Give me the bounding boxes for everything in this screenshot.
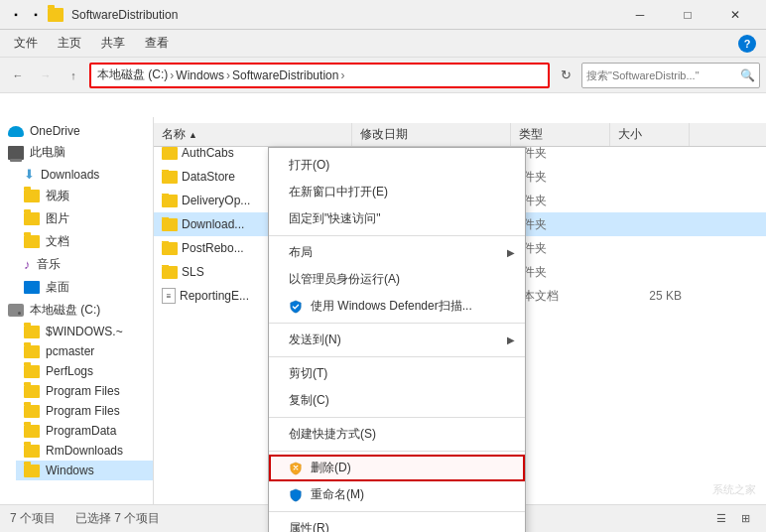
documents-folder-icon <box>24 235 40 248</box>
sidebar-item-thispc[interactable]: 此电脑 <box>0 141 153 164</box>
text-file-icon: ≡ <box>162 288 176 304</box>
search-input[interactable] <box>586 69 736 81</box>
hdd-icon <box>8 304 24 317</box>
status-count: 7 个项目 <box>10 510 56 527</box>
sidebar-item-localc[interactable]: 本地磁盘 (C:) <box>0 299 153 322</box>
back-button[interactable]: ← <box>6 64 30 87</box>
col-header-date[interactable]: 修改日期 <box>352 123 511 146</box>
column-headers: 名称 ▲ 修改日期 类型 大小 <box>154 123 766 147</box>
sidebar-item-windows[interactable]: Windows <box>16 461 153 480</box>
col-header-name[interactable]: 名称 ▲ <box>154 123 352 146</box>
sort-asc-icon: ▲ <box>189 130 197 140</box>
ctx-defender-scan[interactable]: 使用 Windows Defender扫描... <box>269 293 525 320</box>
menu-file[interactable]: 文件 <box>4 31 48 56</box>
large-icon-view-button[interactable]: ⊞ <box>734 508 756 530</box>
folder-icon-rmdownloads <box>24 445 40 458</box>
folder-icon-pcmaster <box>24 345 40 358</box>
forward-button[interactable]: → <box>34 64 58 87</box>
ctx-sep2 <box>269 323 525 324</box>
ctx-copy[interactable]: 复制(C) <box>269 387 525 414</box>
ctx-properties[interactable]: 属性(R) <box>269 515 525 532</box>
address-path[interactable]: 本地磁盘 (C:) › Windows › SoftwareDistributi… <box>89 63 550 88</box>
sidebar-item-programdata[interactable]: ProgramData <box>16 421 153 441</box>
context-menu: 打开(O) 在新窗口中打开(E) 固定到"快速访问" 布局 以管理员身份运行(A… <box>268 147 526 532</box>
ctx-sep6 <box>269 511 525 512</box>
ctx-delete[interactable]: 删除(D) <box>269 455 525 481</box>
help-button[interactable]: ? <box>738 35 756 53</box>
close-button[interactable]: ✕ <box>712 0 758 30</box>
path-local-disk[interactable]: 本地磁盘 (C:) <box>97 66 168 83</box>
ctx-sep5 <box>269 451 525 452</box>
ctx-layout[interactable]: 布局 <box>269 239 525 266</box>
ctx-pin-quick[interactable]: 固定到"快速访问" <box>269 205 525 232</box>
sidebar-item-pictures[interactable]: 图片 <box>16 207 153 230</box>
sidebar-item-downloads[interactable]: ⬇ Downloads <box>16 164 153 185</box>
up-button[interactable]: ↑ <box>62 64 85 87</box>
folder-icon-pf1 <box>24 385 40 398</box>
title-bar-folder-icon <box>48 8 64 22</box>
rename-shield-icon <box>289 488 303 502</box>
music-icon: ♪ <box>24 257 31 272</box>
search-icon[interactable]: 🔍 <box>740 68 755 82</box>
window-title: SoftwareDistribution <box>71 8 617 22</box>
folder-icon-windows <box>24 465 40 477</box>
sidebar-item-pcmaster[interactable]: pcmaster <box>16 341 153 361</box>
title-bar-icons: ▪ ▪ <box>8 7 64 23</box>
folder-icon-programdata <box>24 425 40 438</box>
ctx-open[interactable]: 打开(O) <box>269 152 525 179</box>
sidebar-item-windows-sys[interactable]: $WINDOWS.~ <box>16 322 153 341</box>
col-header-size[interactable]: 大小 <box>610 123 690 146</box>
folder-icon-datastore <box>162 171 178 184</box>
onedrive-icon <box>8 126 24 137</box>
sidebar-item-rmdownloads[interactable]: RmDownloads <box>16 441 153 461</box>
ctx-sep1 <box>269 235 525 236</box>
sidebar-item-onedrive[interactable]: OneDrive <box>0 121 153 141</box>
videos-folder-icon <box>24 190 40 202</box>
sidebar-item-videos[interactable]: 视频 <box>16 185 153 207</box>
menu-home[interactable]: 主页 <box>48 31 91 56</box>
sidebar-item-documents[interactable]: 文档 <box>16 230 153 253</box>
ctx-send-to[interactable]: 发送到(N) <box>269 327 525 353</box>
folder-icon-perflogs <box>24 365 40 378</box>
refresh-button[interactable]: ↻ <box>554 64 577 87</box>
defender-shield-icon <box>289 300 303 314</box>
status-selected: 已选择 7 个项目 <box>75 510 160 527</box>
ctx-rename[interactable]: 重命名(M) <box>269 481 525 508</box>
folder-icon-postrebo <box>162 242 178 255</box>
pictures-folder-icon <box>24 212 40 225</box>
menu-bar: 文件 主页 共享 查看 ? <box>0 30 766 58</box>
menu-share[interactable]: 共享 <box>91 31 135 56</box>
folder-icon-pf2 <box>24 405 40 418</box>
folder-icon-authcabs <box>162 147 178 160</box>
path-softwaredistribution[interactable]: SoftwareDistribution <box>232 68 338 82</box>
search-box: 🔍 <box>581 63 760 88</box>
address-bar: ← → ↑ 本地磁盘 (C:) › Windows › SoftwareDist… <box>0 58 766 93</box>
ctx-sep4 <box>269 417 525 418</box>
title-bar: ▪ ▪ SoftwareDistribution ─ □ ✕ <box>0 0 766 30</box>
folder-icon-download <box>162 218 178 231</box>
minimize-button[interactable]: ─ <box>617 0 663 30</box>
title-bar-controls: ─ □ ✕ <box>617 0 758 30</box>
sidebar-item-programfiles1[interactable]: Program Files <box>16 381 153 401</box>
download-icon: ⬇ <box>24 167 35 182</box>
desktop-icon <box>24 281 40 294</box>
folder-icon-deliveryop <box>162 195 178 207</box>
maximize-button[interactable]: □ <box>665 0 710 30</box>
details-view-button[interactable]: ☰ <box>710 508 732 530</box>
sidebar-item-perflogs[interactable]: PerfLogs <box>16 361 153 381</box>
menu-view[interactable]: 查看 <box>135 31 179 56</box>
path-windows[interactable]: Windows <box>176 68 224 82</box>
folder-icon-windows-sys <box>24 326 40 338</box>
ctx-cut[interactable]: 剪切(T) <box>269 360 525 387</box>
ctx-open-new-window[interactable]: 在新窗口中打开(E) <box>269 179 525 205</box>
col-header-type[interactable]: 类型 <box>511 123 610 146</box>
sidebar-item-programfiles2[interactable]: Program Files <box>16 401 153 421</box>
ctx-sep3 <box>269 356 525 357</box>
sidebar-item-music[interactable]: ♪ 音乐 <box>16 253 153 276</box>
delete-shield-icon <box>289 462 303 475</box>
ctx-create-shortcut[interactable]: 创建快捷方式(S) <box>269 421 525 448</box>
sidebar: OneDrive 此电脑 ⬇ Downloads 视频 图片 文档 ♪ 音乐 <box>0 117 154 528</box>
thispc-icon <box>8 146 24 160</box>
ctx-run-as-admin[interactable]: 以管理员身份运行(A) <box>269 266 525 293</box>
sidebar-item-desktop[interactable]: 桌面 <box>16 276 153 299</box>
